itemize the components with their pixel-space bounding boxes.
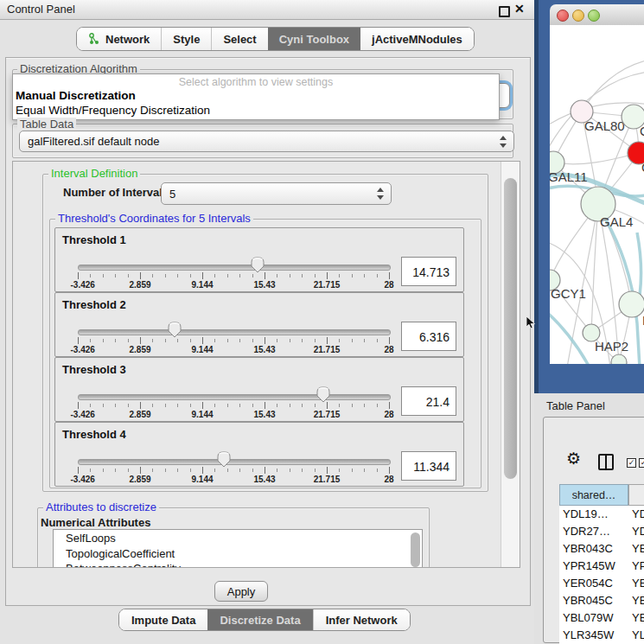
tick-minor [177,339,178,342]
tick-label: 15.43 [253,280,275,290]
tick-major [78,467,79,474]
slider-track[interactable] [78,329,391,335]
checkbox-icon[interactable]: ✓ [627,458,636,468]
slider-thumb-handle[interactable] [316,386,330,403]
cell-name: YBR0 [632,540,644,558]
checkbox-icon[interactable]: ✓ [639,458,644,468]
table-row[interactable]: YPR145WYPR1 [559,558,644,575]
table-row[interactable]: YBR045CYBR0 [559,592,644,609]
tick-minor [290,339,290,342]
cell-name: YPR1 [632,558,644,575]
table-panel: ⚙ ✓ ✓ shared… n YDL19…YDL1YDR27…YDR2YBR0… [543,417,644,643]
table-row[interactable]: YDL19…YDL1 [559,506,644,523]
column-header-name[interactable]: n [628,484,644,506]
tick-minor [364,404,365,407]
tick-minor [190,404,191,407]
attribute-item[interactable]: TopologicalCoefficient [66,547,175,560]
scrollbar-track[interactable] [501,162,520,567]
tick-label: 28 [384,280,393,290]
tab-discretize-data[interactable]: Discretize Data [207,609,312,630]
tab-network[interactable]: Network [77,28,161,50]
attribute-item[interactable]: BetweennessCentrality [66,562,181,568]
float-window-icon[interactable] [499,6,510,17]
tick-label: 2.859 [129,345,150,354]
table-row[interactable]: YBR043CYBR0 [559,540,644,558]
tick-major [389,402,390,409]
network-window-titlebar [550,4,644,26]
slider-thumb-handle[interactable] [217,451,231,468]
threshold-slider[interactable]: -3.4262.8599.14415.4321.71528 [78,423,389,486]
threshold-value-field[interactable]: 11.344 [401,451,456,481]
column-layout-icon[interactable] [598,454,614,470]
tick-minor [115,404,116,407]
cell-name: YER0 [632,575,644,592]
tick-minor [214,274,215,277]
table-row[interactable]: YDR27…YDR2 [559,523,644,540]
tab-infer-network[interactable]: Infer Network [313,609,410,630]
tick-major [78,272,79,279]
gear-icon[interactable]: ⚙ [566,450,581,467]
threshold-slider[interactable]: -3.4262.8599.14415.4321.71528 [78,228,389,291]
slider-track[interactable] [78,265,391,271]
tick-minor [339,404,340,407]
number-of-intervals-combobox[interactable]: 5 [161,182,392,205]
tick-minor [377,274,378,277]
close-traffic-light[interactable] [557,10,569,22]
list-scrollbar[interactable] [411,532,420,567]
tick-minor [377,469,378,472]
slider-thumb-handle[interactable] [168,322,182,338]
tick-label: 21.715 [314,345,341,354]
table-data-combobox[interactable]: galFiltered.sif default node [19,131,514,152]
tick-label: 21.715 [314,280,341,290]
tick-minor [103,339,104,342]
threshold-value-field[interactable]: 21.4 [401,386,456,416]
threshold-slider[interactable]: -3.4262.8599.14415.4321.71528 [78,293,389,356]
combo-stepper-icon [377,188,385,200]
tick-major [202,402,203,409]
algorithm-option-equal-width[interactable]: Equal Width/Frequency Discretization [16,104,210,117]
tab-style[interactable]: Style [161,28,211,50]
tick-minor [190,274,191,277]
slider-track[interactable] [78,459,391,465]
table-row[interactable]: YER054CYER0 [559,575,644,592]
algorithm-hint-option[interactable]: Select algorithm to view settings [13,76,499,88]
tab-cyni-toolbox[interactable]: Cyni Toolbox [268,28,360,50]
slider-ticks [78,402,389,410]
tick-minor [214,404,215,407]
tick-minor [302,404,303,407]
tick-minor [302,274,303,277]
network-node[interactable] [619,291,644,317]
table-row[interactable]: YLR345WYLR3 [559,627,644,644]
control-panel-titlebar: Control Panel ✕ [0,0,534,20]
threshold-value-field[interactable]: 14.713 [401,257,456,286]
tick-minor [290,469,290,472]
network-canvas[interactable]: GAL80GCGAL11GAL4GCY1HHAP2 [550,25,644,364]
tick-minor [239,339,240,342]
column-header-shared[interactable]: shared… [559,484,628,506]
mouse-cursor [526,316,536,329]
slider-thumb-handle[interactable] [251,257,265,273]
scrollbar-thumb[interactable] [504,178,517,479]
threshold-value-field[interactable]: 6.316 [401,322,456,351]
tab-jactivemnodules[interactable]: jActiveMNodules [360,28,474,50]
tick-major [265,402,265,409]
minimize-traffic-light[interactable] [572,10,584,22]
tick-major [202,467,203,474]
close-icon[interactable]: ✕ [514,2,525,16]
tab-select[interactable]: Select [211,28,267,50]
algorithm-dropdown-popup: Select algorithm to view settings Manual… [12,73,500,120]
threshold-slider[interactable]: -3.4262.8599.14415.4321.71528 [78,358,389,421]
zoom-traffic-light[interactable] [588,10,600,22]
cell-shared-name: YPR145W [563,558,615,575]
algorithm-option-manual[interactable]: Manual Discretization [16,89,136,102]
attribute-item[interactable]: SelfLoops [66,532,116,545]
apply-button[interactable]: Apply [214,581,268,602]
tick-major [389,272,390,279]
tab-impute-data[interactable]: Impute Data [119,609,207,630]
slider-tick-labels: -3.4262.8599.14415.4321.71528 [78,280,389,290]
table-row[interactable]: YBL079WYBL0 [559,609,644,627]
network-edge[interactable] [553,153,639,164]
slider-tick-labels: -3.4262.8599.14415.4321.71528 [78,475,389,485]
network-node[interactable] [611,354,627,364]
slider-track[interactable] [78,394,391,400]
